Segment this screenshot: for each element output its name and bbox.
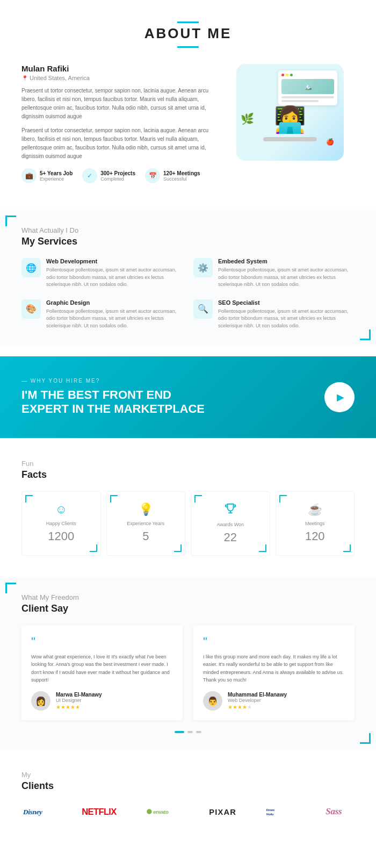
clients-grid: Disney NETFLIX envato PIXAR Dream Works [21,802,355,822]
quote-icon-1: " [31,635,173,649]
logo-disney: Disney [21,804,54,821]
about-left: Mulan Rafiki 📍 United States, America Pr… [21,64,215,183]
svg-text:NETFLIX: NETFLIX [82,807,117,817]
testimonial-1: " Wow what great experience, I love it! … [21,625,183,721]
quote-icon-2: " [203,635,345,649]
experience-label: Experience Years [112,521,180,526]
service-seo: 🔍 SEO Specialist Pollentosque pollentosq… [193,299,355,330]
meetings-icon: ☕ [281,503,349,517]
clients-subtitle: My [21,771,355,779]
briefcase-icon: 💼 [21,168,37,183]
happy-clients-icon: ☺ [27,503,95,517]
services-section: What Actually I Do My Services 🌐 Web Dev… [0,210,376,346]
hire-banner: WHY YOU HIRE ME? I'M THE BEST FRONT ENDE… [0,356,376,438]
facts-grid: ☺ Happy Clients 1200 💡 Experience Years … [21,491,355,556]
clients-section: My Clients Disney NETFLIX envato PIXAR [0,755,376,838]
web-dev-icon: 🌐 [21,258,41,277]
dot-1[interactable] [175,731,184,733]
service-embedded-desc: Pollentosque pollentosque, ipsum sit ame… [218,267,355,289]
testimonials-title: Client Say [21,603,355,614]
stat-projects: ✓ 300+ Projects Completed [82,168,135,183]
carousel-dots [21,731,355,733]
corner-tl-1 [25,495,33,503]
svg-text:Disney: Disney [23,808,42,816]
stat-experience: 💼 5+ Years Job Experience [21,168,73,183]
testimonial-1-stars: ★★★★★ [56,704,102,710]
about-stats: 💼 5+ Years Job Experience ✓ 300+ Project… [21,168,215,183]
testimonial-2-avatar: 👨 [203,691,222,711]
happy-clients-value: 1200 [27,529,95,543]
testimonials-section: What My Freedom Client Say " Wow what gr… [0,577,376,750]
about-name: Mulan Rafiki [21,64,215,73]
awards-icon [197,503,264,518]
services-grid: 🌐 Web Development Pollentosque pollentos… [21,258,355,329]
about-content: Mulan Rafiki 📍 United States, America Pr… [21,64,355,183]
service-web-dev: 🌐 Web Development Pollentosque pollentos… [21,258,183,289]
service-web-dev-title: Web Development [46,258,183,264]
corner-tl-decoration [5,216,16,226]
page-title: ABOUT ME [21,25,355,42]
corner-tl-3 [194,495,202,503]
embedded-icon: ⚙️ [193,258,213,277]
services-subtitle: What Actually I Do [21,226,355,234]
svg-text:Dream: Dream [265,808,274,811]
service-seo-desc: Pollentosque pollentosque, ipsum sit ame… [218,308,355,330]
testimonial-2-name: Muhammad El-Manawy [228,692,287,698]
fact-experience: 💡 Experience Years 5 [106,491,186,556]
fact-awards: Awards Won 22 [191,491,270,556]
service-embedded-title: Embeded System [218,258,355,264]
corner-br-1 [90,544,97,552]
graphic-icon: 🎨 [21,299,41,319]
hire-title: I'M THE BEST FRONT ENDEXPERT IN THE MARK… [21,388,205,417]
about-section: ABOUT ME Mulan Rafiki 📍 United States, A… [0,0,376,199]
testimonials-grid: " Wow what great experience, I love it! … [21,625,355,721]
about-para-1: Praesent ut tortor consectetur, sempor s… [21,87,215,121]
testimonial-1-role: UI Designer [56,698,102,703]
illustration: 🏔️ 👩‍💻 🌿 🍎 [236,64,344,161]
svg-text:Works: Works [266,813,274,816]
testimonial-2-role: Web Developer [228,698,287,703]
testimonial-1-text: Wow what great experience, I love it! It… [31,653,173,684]
about-location: 📍 United States, America [21,75,215,81]
awards-value: 22 [197,530,264,544]
title-top-bar [177,21,199,23]
service-graphic-title: Graphic Design [46,299,183,306]
logo-dreamworks: Dream Works [265,804,298,822]
corner-br-3 [259,544,266,552]
meetings-label: Meetings [281,521,349,526]
testimonial-2-text: I like this group more and more each day… [203,653,345,684]
check-icon: ✓ [82,168,97,183]
meeting-icon: 📅 [145,168,160,183]
services-title: My Services [21,236,355,247]
dot-3[interactable] [196,731,201,733]
hire-subtitle: WHY YOU HIRE ME? [21,378,205,384]
happy-clients-label: Happy Clients [27,521,95,526]
fact-happy-clients: ☺ Happy Clients 1200 [21,491,101,556]
svg-text:envato: envato [153,809,169,815]
about-title-wrap: ABOUT ME [21,21,355,48]
facts-subtitle: Fun [21,460,355,468]
about-right: 🏔️ 👩‍💻 🌿 🍎 [226,64,355,161]
corner-br-4 [343,544,351,552]
testimonial-1-name: Marwa El-Manawy [56,692,102,698]
logo-netflix: NETFLIX [81,804,119,821]
dot-2[interactable] [187,731,193,733]
pin-icon: 📍 [21,75,28,81]
logo-sass: Sass [325,802,355,822]
awards-label: Awards Won [197,522,264,527]
corner-tl-2 [110,495,118,503]
service-graphic: 🎨 Graphic Design Pollentosque pollentosq… [21,299,183,330]
testimonial-1-author: 👩 Marwa El-Manawy UI Designer ★★★★★ [31,691,173,711]
corner-tl-4 [279,495,287,503]
about-para-2: Praesent ut tortor consectetur, sempor s… [21,126,215,161]
fact-meetings: ☕ Meetings 120 [276,491,355,556]
logo-pixar: PIXAR [208,804,238,822]
testimonials-corner-br [360,733,371,744]
corner-br-decoration [360,329,371,340]
meetings-value: 120 [281,529,349,543]
play-button[interactable]: ▶ [324,382,355,412]
testimonial-1-avatar: 👩 [31,691,50,711]
svg-point-2 [147,809,151,814]
service-embedded: ⚙️ Embeded System Pollentosque pollentos… [193,258,355,289]
service-graphic-desc: Pollentosque pollentosque, ipsum sit ame… [46,308,183,330]
